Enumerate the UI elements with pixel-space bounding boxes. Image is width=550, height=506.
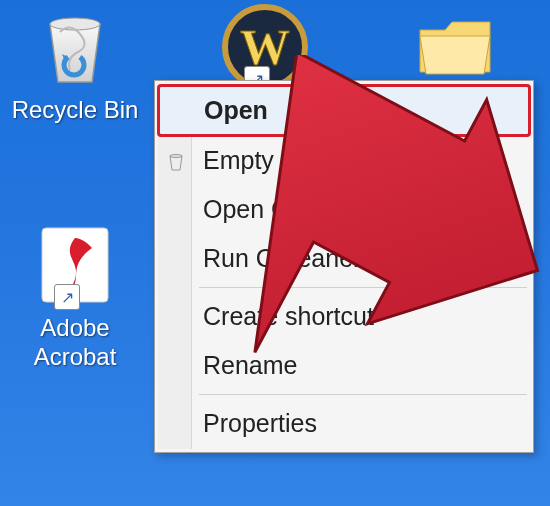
menu-item-label: Open: [204, 96, 268, 124]
menu-item-label: Open CCleaner...: [203, 195, 396, 223]
folder-icon: [410, 2, 500, 92]
desktop-icon-label: Recycle Bin: [0, 96, 150, 125]
menu-item-open-ccleaner[interactable]: Open CCleaner...: [157, 185, 531, 234]
context-menu: Open Empty Recycle Bin Open CCleaner... …: [154, 80, 534, 453]
menu-item-empty-recycle-bin[interactable]: Empty Recycle Bin: [157, 136, 531, 185]
menu-item-create-shortcut[interactable]: Create shortcut: [157, 292, 531, 341]
menu-item-run-ccleaner[interactable]: Run CCleaner: [157, 234, 531, 283]
menu-item-label: Create shortcut: [203, 302, 374, 330]
menu-item-label: Empty Recycle Bin: [203, 146, 413, 174]
recycle-bin-icon: [30, 2, 120, 92]
adobe-acrobat-icon: ↗: [30, 220, 120, 310]
menu-item-label: Run CCleaner: [203, 244, 361, 272]
menu-item-rename[interactable]: Rename: [157, 341, 531, 390]
wow-icon: W ↗: [220, 2, 310, 92]
desktop-icon-recycle-bin[interactable]: Recycle Bin: [0, 2, 150, 125]
menu-separator: [199, 394, 527, 395]
menu-item-label: Rename: [203, 351, 298, 379]
menu-item-label: Properties: [203, 409, 317, 437]
svg-point-6: [170, 154, 182, 157]
shortcut-overlay-icon: ↗: [54, 284, 80, 310]
desktop-icon-adobe-acrobat[interactable]: ↗ Adobe Acrobat: [0, 220, 150, 372]
menu-item-properties[interactable]: Properties: [157, 399, 531, 448]
menu-item-open[interactable]: Open: [159, 86, 529, 135]
recycle-bin-small-icon: [165, 150, 187, 172]
desktop-icon-label: Adobe Acrobat: [0, 314, 150, 372]
menu-separator: [199, 287, 527, 288]
